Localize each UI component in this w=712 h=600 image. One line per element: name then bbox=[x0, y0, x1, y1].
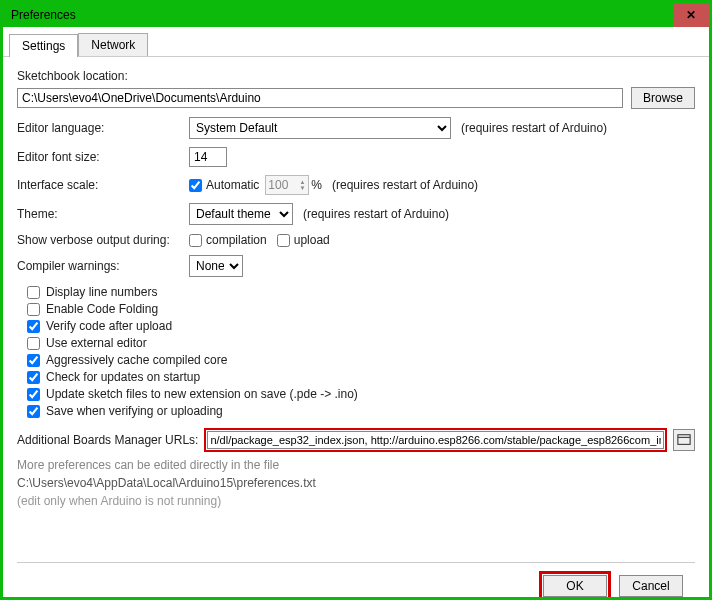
window-title: Preferences bbox=[11, 8, 76, 22]
scale-spinner: ▲▼ bbox=[265, 175, 309, 195]
check-updates-label: Check for updates on startup bbox=[46, 370, 200, 384]
scale-automatic-checkbox[interactable] bbox=[189, 179, 202, 192]
verify-upload-checkbox[interactable] bbox=[27, 320, 40, 333]
theme-select[interactable]: Default theme bbox=[189, 203, 293, 225]
verbose-label: Show verbose output during: bbox=[17, 233, 189, 247]
code-folding-checkbox[interactable] bbox=[27, 303, 40, 316]
boards-url-input[interactable] bbox=[207, 431, 664, 449]
check-updates-checkbox[interactable] bbox=[27, 371, 40, 384]
tab-network[interactable]: Network bbox=[78, 33, 148, 56]
update-ext-label: Update sketch files to new extension on … bbox=[46, 387, 358, 401]
language-label: Editor language: bbox=[17, 121, 189, 135]
code-folding-label: Enable Code Folding bbox=[46, 302, 158, 316]
save-verify-checkbox[interactable] bbox=[27, 405, 40, 418]
scale-automatic-label: Automatic bbox=[206, 178, 259, 192]
preferences-window: Preferences ✕ Settings Network Sketchboo… bbox=[0, 0, 712, 600]
display-line-numbers-checkbox[interactable] bbox=[27, 286, 40, 299]
external-editor-checkbox[interactable] bbox=[27, 337, 40, 350]
cache-core-checkbox[interactable] bbox=[27, 354, 40, 367]
titlebar: Preferences ✕ bbox=[3, 3, 709, 27]
scale-percent: % bbox=[311, 178, 322, 192]
theme-hint: (requires restart of Arduino) bbox=[303, 207, 449, 221]
scale-value-input bbox=[266, 178, 296, 192]
dialog-buttons: OK Cancel bbox=[17, 563, 695, 597]
ok-button[interactable]: OK bbox=[543, 575, 607, 597]
verbose-upload-checkbox[interactable] bbox=[277, 234, 290, 247]
more-prefs-note: More preferences can be edited directly … bbox=[17, 458, 695, 472]
external-editor-label: Use external editor bbox=[46, 336, 147, 350]
verify-upload-label: Verify code after upload bbox=[46, 319, 172, 333]
cache-core-label: Aggressively cache compiled core bbox=[46, 353, 227, 367]
sketchbook-location-input[interactable] bbox=[17, 88, 623, 108]
sketchbook-label: Sketchbook location: bbox=[17, 69, 695, 83]
warnings-label: Compiler warnings: bbox=[17, 259, 189, 273]
svg-rect-0 bbox=[678, 435, 690, 445]
close-icon: ✕ bbox=[686, 8, 696, 22]
ok-highlight: OK bbox=[539, 571, 611, 597]
close-button[interactable]: ✕ bbox=[673, 3, 709, 27]
window-icon bbox=[677, 433, 691, 447]
prefs-path[interactable]: C:\Users\evo4\AppData\Local\Arduino15\pr… bbox=[17, 476, 695, 490]
boards-url-label: Additional Boards Manager URLs: bbox=[17, 433, 198, 447]
browse-button[interactable]: Browse bbox=[631, 87, 695, 109]
cancel-button[interactable]: Cancel bbox=[619, 575, 683, 597]
display-line-numbers-label: Display line numbers bbox=[46, 285, 157, 299]
warnings-select[interactable]: None bbox=[189, 255, 243, 277]
verbose-compilation-checkbox[interactable] bbox=[189, 234, 202, 247]
boards-url-highlight bbox=[204, 428, 667, 452]
spinner-arrows-icon: ▲▼ bbox=[296, 179, 308, 191]
tab-settings[interactable]: Settings bbox=[9, 34, 78, 57]
language-select[interactable]: System Default bbox=[189, 117, 451, 139]
boards-url-expand-button[interactable] bbox=[673, 429, 695, 451]
verbose-compilation-label: compilation bbox=[206, 233, 267, 247]
save-verify-label: Save when verifying or uploading bbox=[46, 404, 223, 418]
settings-panel: Sketchbook location: Browse Editor langu… bbox=[3, 57, 709, 597]
scale-label: Interface scale: bbox=[17, 178, 189, 192]
fontsize-input[interactable] bbox=[189, 147, 227, 167]
edit-only-note: (edit only when Arduino is not running) bbox=[17, 494, 695, 508]
update-ext-checkbox[interactable] bbox=[27, 388, 40, 401]
fontsize-label: Editor font size: bbox=[17, 150, 189, 164]
theme-label: Theme: bbox=[17, 207, 189, 221]
verbose-upload-label: upload bbox=[294, 233, 330, 247]
language-hint: (requires restart of Arduino) bbox=[461, 121, 607, 135]
scale-hint: (requires restart of Arduino) bbox=[332, 178, 478, 192]
tab-bar: Settings Network bbox=[3, 27, 709, 57]
